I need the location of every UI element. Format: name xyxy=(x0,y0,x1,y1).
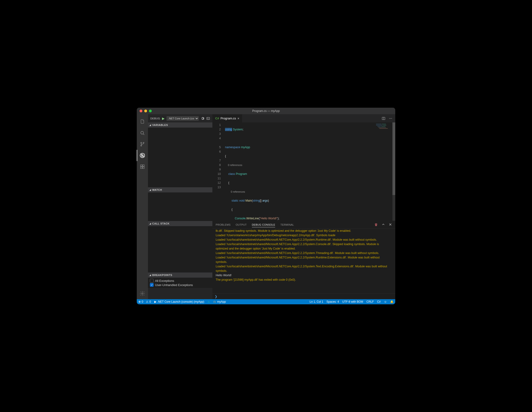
ellipsis-icon xyxy=(389,117,392,120)
status-debug-launch[interactable]: ▶.NET Core Launch (console) (myApp) xyxy=(153,299,206,304)
breakpoints-header[interactable]: ◢BREAKPOINTS xyxy=(148,272,212,278)
activity-scm[interactable] xyxy=(137,139,148,150)
breakpoint-row[interactable]: All Exceptions xyxy=(150,279,210,283)
editor-area: C# Program.cs × 1234 56 xyxy=(212,114,395,299)
checkbox-checked[interactable]: ✓ xyxy=(150,283,154,287)
activity-extensions[interactable] xyxy=(137,161,148,172)
activity-search[interactable] xyxy=(137,127,148,139)
no-bug-icon xyxy=(139,152,145,159)
svg-rect-6 xyxy=(141,167,142,169)
watch-header[interactable]: ◢WATCH xyxy=(148,187,212,192)
csharp-icon: C# xyxy=(215,117,219,120)
app-window: Program.cs — myApp xyxy=(137,108,395,304)
callstack-panel xyxy=(148,226,212,272)
status-encoding[interactable]: UTF-8 with BOM xyxy=(341,299,365,304)
close-tab-button[interactable]: × xyxy=(238,117,239,120)
window-controls xyxy=(137,110,152,112)
activity-settings[interactable] xyxy=(137,288,148,299)
activity-bar xyxy=(137,114,148,299)
branch-icon xyxy=(140,141,145,147)
status-feedback[interactable]: ☺ xyxy=(382,299,389,304)
window-title: Program.cs — myApp xyxy=(252,109,280,112)
svg-rect-8 xyxy=(142,165,144,167)
debug-sidebar: DEBUG ▶ .NET Core Launch (con ◢VARIABLES… xyxy=(148,114,212,299)
flame-icon: ♨ xyxy=(208,300,210,303)
status-eol[interactable]: CRLF xyxy=(365,299,375,304)
svg-point-2 xyxy=(143,142,144,143)
close-window-button[interactable] xyxy=(140,110,142,112)
console-line: Loaded '/usr/local/share/dotnet/shared/M… xyxy=(216,264,392,273)
close-panel-button[interactable] xyxy=(389,223,392,227)
clear-console-button[interactable] xyxy=(374,223,378,227)
callstack-title: CALL STACK xyxy=(152,222,170,225)
console-line: Hello World! xyxy=(216,273,392,278)
status-cursor-pos[interactable]: Ln 1, Col 1 xyxy=(308,299,325,304)
titlebar: Program.cs — myApp xyxy=(137,108,395,114)
status-language[interactable]: C# xyxy=(375,299,382,304)
status-flame[interactable]: ♨ xyxy=(206,299,212,304)
status-notifications[interactable]: 🔔 xyxy=(389,299,395,304)
variables-panel xyxy=(148,128,212,187)
callstack-header[interactable]: ◢CALL STACK xyxy=(148,221,212,226)
svg-rect-7 xyxy=(142,167,144,169)
tab-debug-console[interactable]: DEBUG CONSOLE xyxy=(252,222,275,227)
folder-icon: 🗀 xyxy=(213,300,216,303)
breakpoint-label: User-Unhandled Exceptions xyxy=(155,283,193,287)
breakpoints-title: BREAKPOINTS xyxy=(152,274,172,276)
svg-point-0 xyxy=(141,131,143,134)
clear-icon xyxy=(374,223,378,227)
tab-terminal[interactable]: TERMINAL xyxy=(280,222,294,227)
debug-console-output[interactable]: lb.dll'. Skipped loading symbols. Module… xyxy=(212,229,395,294)
svg-point-12 xyxy=(389,118,390,118)
svg-rect-5 xyxy=(141,165,142,167)
debug-settings-button[interactable] xyxy=(201,117,204,120)
status-bar: ⊗0 ⚠0 ▶.NET Core Launch (console) (myApp… xyxy=(137,299,395,304)
activity-debug[interactable] xyxy=(137,150,148,161)
console-line: Loaded '/usr/local/share/dotnet/shared/M… xyxy=(216,242,392,251)
panel-tabs: PROBLEMS OUTPUT DEBUG CONSOLE TERMINAL xyxy=(212,221,395,229)
svg-rect-10 xyxy=(207,117,209,119)
variables-header[interactable]: ◢VARIABLES xyxy=(148,122,212,128)
code-content[interactable]: using System; namespace myApp { 0 refere… xyxy=(225,122,395,221)
more-actions-button[interactable] xyxy=(389,117,392,120)
console-line: The program '[21598] myApp.dll' has exit… xyxy=(216,278,392,282)
svg-point-14 xyxy=(391,118,392,118)
terminal-icon xyxy=(206,117,210,120)
svg-point-9 xyxy=(142,293,143,294)
split-editor-button[interactable] xyxy=(382,117,385,120)
debug-console-button[interactable] xyxy=(206,117,210,120)
variables-title: VARIABLES xyxy=(152,124,168,126)
collapse-panel-button[interactable] xyxy=(382,223,385,227)
debug-toolbar: DEBUG ▶ .NET Core Launch (con xyxy=(148,114,212,122)
search-icon xyxy=(140,130,145,136)
status-indent[interactable]: Spaces: 4 xyxy=(325,299,341,304)
files-icon xyxy=(140,119,145,124)
watch-title: WATCH xyxy=(152,188,162,191)
breakpoint-row[interactable]: ✓ User-Unhandled Exceptions xyxy=(150,283,210,287)
debug-label: DEBUG xyxy=(150,117,160,120)
breakpoints-panel: All Exceptions ✓ User-Unhandled Exceptio… xyxy=(148,278,212,288)
close-icon xyxy=(389,223,392,226)
console-line: Loaded '/usr/local/share/dotnet/shared/M… xyxy=(216,255,392,264)
maximize-window-button[interactable] xyxy=(149,110,152,112)
vertical-scrollbar[interactable] xyxy=(392,122,395,221)
activity-explorer[interactable] xyxy=(137,116,148,127)
tab-problems[interactable]: PROBLEMS xyxy=(216,222,231,227)
console-line: lb.dll'. Skipped loading symbols. Module… xyxy=(216,229,392,233)
panel: PROBLEMS OUTPUT DEBUG CONSOLE TERMINAL xyxy=(212,221,395,299)
line-gutter: 1234 56 78 910111213 xyxy=(212,122,225,221)
error-icon: ⊗ xyxy=(138,300,141,303)
code-editor[interactable]: 1234 56 78 910111213 using System; names… xyxy=(212,122,395,221)
minimize-window-button[interactable] xyxy=(144,110,147,112)
debug-console-input[interactable]: ❯ xyxy=(212,294,395,299)
status-folder[interactable]: 🗀myApp xyxy=(212,299,227,304)
start-debug-button[interactable]: ▶ xyxy=(162,117,165,120)
tab-program-cs[interactable]: C# Program.cs × xyxy=(212,114,242,122)
console-line: Loaded '/usr/local/share/dotnet/shared/M… xyxy=(216,238,392,242)
checkbox-unchecked[interactable] xyxy=(150,279,154,282)
console-line: Loaded '/Users/ota/work/csharp/myApp/bin… xyxy=(216,233,392,238)
gear-icon xyxy=(140,291,145,296)
status-errors[interactable]: ⊗0 ⚠0 xyxy=(137,299,153,304)
debug-config-select[interactable]: .NET Core Launch (con xyxy=(166,116,199,121)
tab-output[interactable]: OUTPUT xyxy=(236,222,247,227)
